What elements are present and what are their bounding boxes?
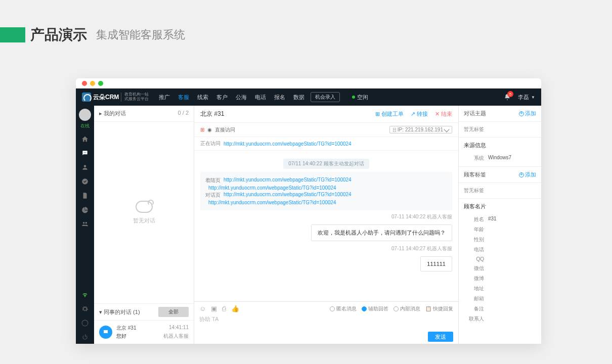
slide-subtitle: 集成智能客服系统	[96, 27, 185, 42]
online-status[interactable]: 在线	[80, 123, 90, 129]
chevron-down-icon	[444, 126, 449, 132]
nav-item-5[interactable]: 电话	[251, 94, 270, 101]
conv-source: 机器人客服	[163, 333, 189, 340]
source-info-title: 来源信息	[459, 138, 541, 153]
conversation-count: 0 / 2	[178, 110, 189, 117]
customer-tag-title: 顾客标签	[464, 171, 486, 178]
wifi-icon[interactable]	[78, 288, 92, 301]
timestamp-1: 07-11 14:40:22 机器人客服	[200, 213, 452, 220]
svg-point-1	[84, 152, 85, 153]
card-field[interactable]: 联系人	[459, 314, 541, 324]
landing-url-2[interactable]: http://mkt.yunduocrm.com/webpageStatic/T…	[208, 185, 336, 191]
referrer-box: 着陆页http://mkt.yunduocrm.com/webpageStati…	[200, 172, 452, 210]
zoom-dot[interactable]	[98, 81, 103, 86]
thumbs-up-icon[interactable]: 👍	[231, 305, 239, 312]
card-field[interactable]: 微博	[459, 274, 541, 284]
add-tag-button[interactable]: 添加	[519, 171, 536, 178]
no-tag-2: 暂无标签	[459, 183, 541, 199]
empty-state: 暂无对话	[94, 122, 194, 303]
chat-body: 07/11 14:40:22 顾客主动发起对话 着陆页http://mkt.yu…	[194, 151, 458, 301]
close-dot[interactable]	[82, 81, 87, 86]
transfer-button[interactable]: ↗转接	[411, 110, 428, 118]
colleague-conversations-title[interactable]: ▾ 同事的对话 (1)	[99, 308, 140, 316]
logo[interactable]: 云朵CRM 教育机构一站式服务云平台	[82, 93, 149, 102]
empty-smile-icon	[136, 201, 153, 213]
user-menu[interactable]: 李磊▼	[518, 94, 535, 101]
all-button[interactable]: 全部	[158, 307, 189, 317]
my-conversations-title[interactable]: ▸ 我的对话	[99, 110, 126, 117]
system-message: 07/11 14:40:22 顾客主动发起对话	[283, 159, 369, 169]
message-input[interactable]: 协助 TA	[199, 315, 218, 323]
chat-url-2[interactable]: http://mkt.yunduocrm.com/webpageStatic/T…	[208, 200, 336, 205]
bot-message-1: 欢迎，我是机器人小助手，请问遇到了什么问题吗？	[311, 224, 452, 241]
empty-text: 暂无对话	[133, 217, 155, 224]
nav-item-7[interactable]: 数据	[289, 94, 309, 101]
nav-item-0[interactable]: 推广	[155, 94, 174, 101]
notification-bell[interactable]: 5	[504, 94, 511, 101]
image-icon[interactable]: ▣	[211, 305, 217, 312]
direct-visit-label: 直接访问	[215, 126, 235, 133]
card-field[interactable]: 姓名#31	[459, 214, 541, 224]
conv-msg: 您好	[116, 333, 126, 340]
nav-item-1[interactable]: 客服	[174, 94, 193, 101]
status-dot-icon	[352, 96, 355, 99]
anonymous-checkbox[interactable]: 匿名消息	[330, 305, 357, 312]
no-tag-1: 暂无标签	[459, 122, 541, 138]
user-avatar[interactable]	[79, 109, 91, 121]
end-button[interactable]: ✕结束	[435, 110, 452, 118]
more-icon[interactable]	[78, 316, 92, 330]
chat-panel: 北京 #31 ⊞创建工单 ↗转接 ✕结束 ⊞ ◉ 直接访问	[194, 106, 459, 344]
conv-name: 北京 #31	[116, 325, 136, 332]
attach-icon[interactable]: ⎙	[222, 305, 226, 312]
document-icon[interactable]	[78, 189, 92, 202]
conversation-item[interactable]: 北京 #31 14:41:11 您好 机器人客服	[94, 321, 194, 344]
visiting-url[interactable]: http://mkt.yunduocrm.com/webpageStatic/T…	[224, 141, 352, 147]
nav-item-6[interactable]: 报名	[270, 94, 289, 101]
sidebar: 在线	[76, 106, 94, 344]
quick-reply-button[interactable]: 📋快捷回复	[425, 305, 453, 312]
svg-point-2	[85, 152, 86, 153]
status-idle[interactable]: 空闲	[352, 94, 368, 101]
home-icon[interactable]	[78, 132, 92, 146]
opportunity-button[interactable]: 机会录入	[311, 92, 340, 102]
add-topic-button[interactable]: 添加	[519, 110, 536, 117]
nav-item-2[interactable]: 线索	[193, 94, 212, 101]
topbar: 云朵CRM 教育机构一站式服务云平台 推广客服线索客户公海电话报名数据 机会录入…	[76, 88, 541, 106]
card-field[interactable]: 年龄	[459, 224, 541, 235]
person-icon[interactable]	[78, 161, 92, 174]
power-icon[interactable]	[78, 331, 92, 344]
card-field[interactable]: 电话	[459, 245, 541, 255]
card-field[interactable]: 备注	[459, 304, 541, 314]
minimize-dot[interactable]	[90, 81, 95, 86]
chat-title: 北京 #31	[200, 110, 224, 118]
create-ticket-button[interactable]: ⊞创建工单	[375, 110, 404, 118]
pie-chart-icon[interactable]	[78, 203, 92, 216]
card-field[interactable]: QQ	[459, 255, 541, 263]
quick-reply-icon: 📋	[425, 306, 431, 311]
chat-icon[interactable]	[78, 147, 92, 160]
card-field[interactable]: 微信	[459, 263, 541, 274]
assist-checkbox[interactable]: 辅助回答	[362, 305, 388, 312]
conversation-avatar-icon	[99, 326, 112, 339]
visiting-label: 正在访问	[200, 140, 221, 147]
plus-icon	[519, 111, 524, 116]
card-field[interactable]: 邮箱	[459, 294, 541, 304]
internal-checkbox[interactable]: 内部消息	[394, 305, 420, 312]
close-icon: ✕	[435, 111, 440, 117]
slide-header: 产品演示 集成智能客服系统	[0, 0, 612, 55]
gear-icon[interactable]	[78, 302, 92, 315]
send-button[interactable]: 发送	[428, 332, 453, 342]
system-value: Windows7	[488, 155, 511, 162]
ip-box[interactable]: ⌸ IP: 221.219.162.191	[389, 126, 452, 133]
card-field[interactable]: 地址	[459, 284, 541, 294]
emoji-icon[interactable]: ☺	[199, 305, 206, 312]
nav-item-3[interactable]: 客户	[212, 94, 232, 101]
nav-item-4[interactable]: 公海	[232, 94, 251, 101]
landing-url[interactable]: http://mkt.yunduocrm.com/webpageStatic/T…	[224, 177, 352, 184]
check-circle-icon[interactable]	[78, 175, 92, 188]
bot-message-2: 111111	[420, 256, 452, 271]
people-icon[interactable]	[78, 217, 92, 231]
chat-url[interactable]: http://mkt.yunduocrm.com/webpageStatic/T…	[224, 192, 352, 199]
card-field[interactable]: 性别	[459, 235, 541, 245]
customer-card-title: 顾客名片	[459, 199, 541, 214]
